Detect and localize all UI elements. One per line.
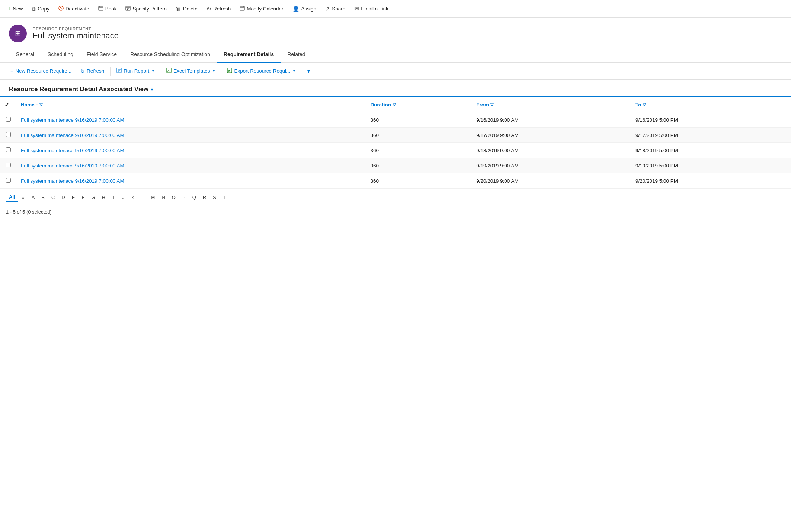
excel-templates-icon: X <box>166 68 172 74</box>
tab-related[interactable]: Related <box>281 47 312 63</box>
more-options-button[interactable]: ▾ <box>303 66 314 76</box>
modify-calendar-label: Modify Calendar <box>247 6 283 12</box>
assign-button[interactable]: 👤 Assign <box>288 0 321 18</box>
delete-icon: 🗑 <box>176 6 181 12</box>
row-name-cell: Full system maintenace 9/16/2019 7:00:00… <box>16 128 366 143</box>
tab-general[interactable]: General <box>9 47 41 63</box>
deactivate-label: Deactivate <box>65 6 89 12</box>
row-from-cell: 9/20/2019 9:00 AM <box>472 173 631 189</box>
row-checkbox-cell[interactable] <box>0 112 16 128</box>
copy-icon: ⧉ <box>32 6 36 12</box>
specify-pattern-button[interactable]: Specify Pattern <box>121 0 171 18</box>
duration-filter-icon[interactable]: ▽ <box>393 102 396 107</box>
pagination-letter-#[interactable]: # <box>19 193 28 202</box>
to-filter-icon[interactable]: ▽ <box>643 102 646 107</box>
pagination-letter-n[interactable]: N <box>158 193 168 202</box>
row-duration-cell: 360 <box>366 158 472 173</box>
row-name-cell: Full system maintenace 9/16/2019 7:00:00… <box>16 158 366 173</box>
row-checkbox-cell[interactable] <box>0 128 16 143</box>
run-report-button[interactable]: Run Report ▾ <box>112 65 158 76</box>
row-name-link[interactable]: Full system maintenace 9/16/2019 7:00:00… <box>21 163 124 169</box>
row-name-link[interactable]: Full system maintenace 9/16/2019 7:00:00… <box>21 117 124 123</box>
pagination-letter-d[interactable]: D <box>58 193 68 202</box>
deactivate-icon <box>58 6 64 12</box>
export-button[interactable]: X Export Resource Requi... ▾ <box>222 65 300 76</box>
data-table: ✓ Name ↑ ▽ Duration ▽ <box>0 97 791 189</box>
excel-templates-label: Excel Templates <box>173 68 210 74</box>
export-label: Export Resource Requi... <box>234 68 290 74</box>
export-dropdown-icon: ▾ <box>293 69 295 73</box>
pagination-letter-q[interactable]: Q <box>189 193 199 202</box>
pagination-letter-r[interactable]: R <box>200 193 209 202</box>
pagination-letter-j[interactable]: J <box>119 193 128 202</box>
pagination-letter-p[interactable]: P <box>179 193 189 202</box>
table-row: Full system maintenace 9/16/2019 7:00:00… <box>0 158 791 173</box>
pagination-letter-m[interactable]: M <box>148 193 158 202</box>
share-icon: ↗ <box>325 6 330 12</box>
pagination-letter-o[interactable]: O <box>169 193 179 202</box>
pagination-letter-i[interactable]: I <box>109 193 118 202</box>
pagination-letter-h[interactable]: H <box>99 193 108 202</box>
book-icon <box>98 6 103 12</box>
sub-refresh-button[interactable]: ↻ Refresh <box>76 66 109 76</box>
share-button[interactable]: ↗ Share <box>321 0 350 18</box>
sub-separator-3 <box>221 67 221 76</box>
book-label: Book <box>105 6 117 12</box>
row-to-cell: 9/18/2019 5:00 PM <box>631 143 791 158</box>
svg-text:X: X <box>228 69 230 73</box>
pagination-letter-b[interactable]: B <box>38 193 48 202</box>
row-duration-cell: 360 <box>366 173 472 189</box>
pagination-letter-f[interactable]: F <box>79 193 87 202</box>
new-icon: + <box>7 6 11 12</box>
pagination-letter-g[interactable]: G <box>88 193 98 202</box>
name-filter-icon[interactable]: ▽ <box>39 102 42 107</box>
sub-separator-4 <box>301 67 301 76</box>
from-filter-icon[interactable]: ▽ <box>490 102 493 107</box>
specify-pattern-label: Specify Pattern <box>132 6 167 12</box>
row-checkbox-cell[interactable] <box>0 173 16 189</box>
svg-text:X: X <box>167 69 170 73</box>
excel-templates-button[interactable]: X Excel Templates ▾ <box>162 65 219 76</box>
modify-calendar-button[interactable]: Modify Calendar <box>235 0 288 18</box>
entity-icon: ⊞ <box>9 25 27 42</box>
pagination-letter-e[interactable]: E <box>69 193 78 202</box>
select-all-checkbox[interactable]: ✓ <box>4 102 9 108</box>
view-dropdown-icon[interactable]: ▾ <box>151 86 153 92</box>
refresh-button[interactable]: ↻ Refresh <box>202 0 235 18</box>
pagination-letter-l[interactable]: L <box>138 193 147 202</box>
pagination-letter-s[interactable]: S <box>210 193 219 202</box>
row-checkbox-cell[interactable] <box>0 158 16 173</box>
row-checkbox[interactable] <box>6 117 11 122</box>
new-button[interactable]: + New <box>3 0 27 18</box>
name-sort-icon[interactable]: ↑ <box>36 103 38 107</box>
row-checkbox[interactable] <box>6 178 11 183</box>
delete-button[interactable]: 🗑 Delete <box>171 0 202 18</box>
pagination-letter-a[interactable]: A <box>29 193 38 202</box>
pagination-letter-c[interactable]: C <box>48 193 58 202</box>
view-selector: Resource Requirement Detail Associated V… <box>0 80 791 96</box>
row-checkbox-cell[interactable] <box>0 143 16 158</box>
copy-button[interactable]: ⧉ Copy <box>27 0 54 18</box>
page-header: ⊞ RESOURCE REQUIREMENT Full system maint… <box>0 18 791 47</box>
tab-resource-scheduling[interactable]: Resource Scheduling Optimization <box>124 47 217 63</box>
row-name-link[interactable]: Full system maintenace 9/16/2019 7:00:00… <box>21 148 124 153</box>
row-checkbox[interactable] <box>6 147 11 152</box>
pagination-letter-t[interactable]: T <box>220 193 229 202</box>
check-column-header[interactable]: ✓ <box>0 97 16 112</box>
row-from-cell: 9/16/2019 9:00 AM <box>472 112 631 128</box>
tab-requirement-details[interactable]: Requirement Details <box>217 47 281 63</box>
pagination-letter-k[interactable]: K <box>128 193 138 202</box>
email-link-button[interactable]: ✉ Email a Link <box>350 0 393 18</box>
tab-field-service[interactable]: Field Service <box>80 47 124 63</box>
deactivate-button[interactable]: Deactivate <box>54 0 94 18</box>
row-checkbox[interactable] <box>6 163 11 167</box>
row-checkbox[interactable] <box>6 132 11 137</box>
status-bar: 1 - 5 of 5 (0 selected) <box>0 206 791 218</box>
tab-scheduling[interactable]: Scheduling <box>41 47 80 63</box>
new-resource-req-button[interactable]: + New Resource Require... <box>6 66 76 76</box>
book-button[interactable]: Book <box>94 0 121 18</box>
row-name-link[interactable]: Full system maintenace 9/16/2019 7:00:00… <box>21 132 124 138</box>
pagination-letter-all[interactable]: All <box>6 193 18 202</box>
row-name-link[interactable]: Full system maintenace 9/16/2019 7:00:00… <box>21 178 124 184</box>
nav-tabs: General Scheduling Field Service Resourc… <box>0 47 791 63</box>
